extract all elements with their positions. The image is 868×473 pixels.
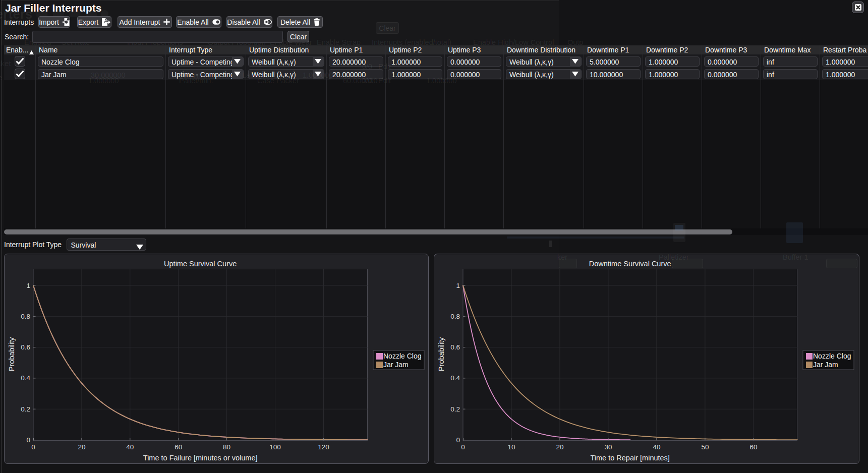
svg-text:1: 1	[456, 282, 460, 289]
svg-text:Probability: Probability	[8, 337, 16, 371]
svg-text:Time to Failure [minutes or vo: Time to Failure [minutes or volume]	[143, 454, 258, 462]
svg-text:0: 0	[31, 443, 35, 451]
svg-text:1: 1	[26, 282, 30, 289]
svg-text:Nozzle Clog: Nozzle Clog	[813, 352, 851, 360]
svg-text:80: 80	[223, 443, 230, 451]
svg-text:0.6: 0.6	[450, 343, 460, 351]
svg-text:0: 0	[26, 436, 30, 444]
svg-text:Jar Jam: Jar Jam	[813, 361, 838, 369]
svg-text:0.4: 0.4	[21, 374, 30, 382]
svg-text:60: 60	[749, 443, 757, 451]
svg-text:0: 0	[456, 436, 460, 444]
svg-text:0: 0	[461, 443, 465, 451]
svg-text:60: 60	[175, 443, 182, 451]
svg-text:100: 100	[269, 443, 281, 451]
svg-text:50: 50	[701, 443, 709, 451]
svg-text:20: 20	[556, 443, 563, 451]
svg-text:0.8: 0.8	[21, 313, 30, 320]
svg-text:0.2: 0.2	[21, 405, 30, 413]
svg-text:0.8: 0.8	[450, 313, 460, 320]
svg-text:0.4: 0.4	[450, 374, 460, 382]
svg-text:30: 30	[604, 443, 612, 451]
svg-text:10: 10	[507, 443, 515, 451]
svg-text:0.2: 0.2	[450, 405, 460, 413]
svg-text:Probability: Probability	[437, 337, 445, 371]
svg-text:20: 20	[78, 443, 85, 451]
svg-text:Uptime Survival Curve: Uptime Survival Curve	[164, 260, 237, 268]
svg-text:40: 40	[653, 443, 660, 451]
svg-text:0.6: 0.6	[21, 343, 30, 351]
svg-text:Time to Repair [minutes]: Time to Repair [minutes]	[590, 454, 669, 462]
svg-text:40: 40	[126, 443, 134, 451]
svg-text:120: 120	[318, 443, 329, 451]
svg-text:Jar Jam: Jar Jam	[383, 361, 409, 369]
svg-text:Nozzle Clog: Nozzle Clog	[383, 352, 421, 360]
